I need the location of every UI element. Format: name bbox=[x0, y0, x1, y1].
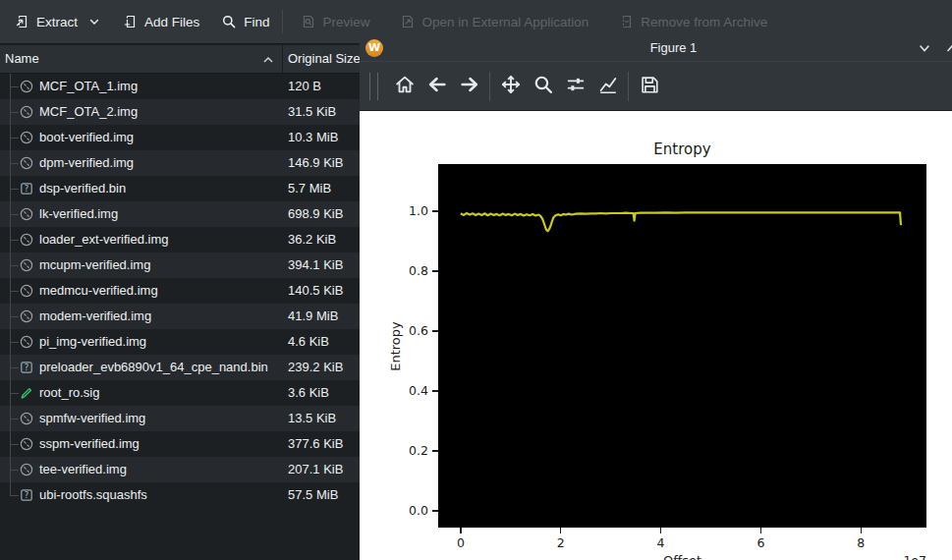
column-header-name[interactable]: Name bbox=[5, 51, 39, 66]
customize-button[interactable] bbox=[591, 69, 624, 104]
search-icon bbox=[221, 14, 237, 29]
x-tick-mark bbox=[760, 528, 761, 533]
file-name: tee-verified.img bbox=[39, 457, 127, 482]
file-size: 377.6 KiB bbox=[288, 431, 343, 457]
file-name: boot-verified.img bbox=[39, 125, 134, 150]
file-name: ubi-rootfs.squashfs bbox=[39, 482, 147, 508]
figure-titlebar[interactable]: W Figure 1 bbox=[360, 34, 952, 62]
back-button[interactable] bbox=[420, 69, 453, 104]
x-tick-mark bbox=[560, 528, 561, 533]
file-size: 4.6 KiB bbox=[288, 329, 329, 355]
tree-branch-stub bbox=[10, 367, 19, 368]
file-name: root_ro.sig bbox=[39, 380, 99, 406]
open-in-external-application-button[interactable]: Open in External Application bbox=[394, 9, 595, 34]
file-size: 207.1 KiB bbox=[288, 457, 343, 482]
remove-archive-icon bbox=[618, 14, 634, 29]
file-size: 5.7 MiB bbox=[288, 176, 331, 201]
img-file-icon bbox=[19, 462, 34, 477]
file-name: mcupm-verified.img bbox=[39, 252, 150, 278]
file-size: 41.9 MiB bbox=[288, 304, 338, 329]
remove-from-archive-button[interactable]: Remove from Archive bbox=[612, 9, 773, 34]
expand-window-button[interactable] bbox=[945, 41, 952, 55]
home-icon bbox=[394, 74, 416, 98]
toolbar-separator bbox=[282, 10, 283, 33]
matplotlib-toolbar-buttons bbox=[388, 69, 665, 104]
x-axis-label: Offset bbox=[438, 553, 926, 560]
svg-text:?: ? bbox=[25, 363, 29, 372]
file-name: MCF_OTA_1.img bbox=[39, 74, 138, 99]
x-tick-mark bbox=[660, 528, 661, 533]
img-file-icon bbox=[19, 206, 34, 222]
subplots-button[interactable] bbox=[559, 69, 591, 104]
tree-branch-stub bbox=[10, 138, 19, 139]
tree-branch-stub bbox=[10, 316, 19, 317]
img-file-icon bbox=[19, 155, 34, 171]
column-header-size[interactable]: Original Size bbox=[288, 51, 361, 66]
zoom-icon bbox=[532, 74, 554, 98]
tree-branch-stub bbox=[10, 495, 19, 496]
button-label: Extract bbox=[36, 15, 78, 29]
x-tick-label: 2 bbox=[541, 535, 581, 550]
save-icon bbox=[639, 74, 660, 98]
x-tick-label: 8 bbox=[841, 535, 880, 550]
y-tick-mark bbox=[432, 210, 438, 211]
entropy-line bbox=[461, 212, 901, 231]
extract-button[interactable]: Extract bbox=[8, 9, 106, 34]
tree-branch-stub bbox=[10, 265, 19, 266]
add-files-button[interactable]: Add Files bbox=[116, 9, 205, 34]
save-button[interactable] bbox=[633, 69, 665, 104]
preview-icon bbox=[301, 14, 316, 29]
home-button[interactable] bbox=[388, 69, 420, 104]
preview-button[interactable]: Preview bbox=[295, 9, 376, 34]
subplots-icon bbox=[565, 74, 587, 98]
img-file-icon bbox=[19, 257, 34, 273]
pan-button[interactable] bbox=[494, 69, 527, 104]
button-label: Open in External Application bbox=[422, 15, 589, 29]
zoom-button[interactable] bbox=[527, 69, 559, 104]
img-file-icon bbox=[19, 232, 34, 248]
img-file-icon bbox=[19, 104, 34, 120]
y-tick-label: 1.0 bbox=[389, 203, 428, 218]
file-name: dpm-verified.img bbox=[39, 150, 134, 176]
file-name: preloader_evb6890v1_64_cpe_nand.bin bbox=[39, 355, 268, 380]
y-tick-mark bbox=[432, 390, 438, 391]
entropy-plot bbox=[438, 164, 926, 528]
file-size: 31.5 KiB bbox=[288, 99, 336, 125]
y-axis-label: Entropy bbox=[388, 253, 405, 440]
tree-branch-stub bbox=[10, 470, 19, 471]
tree-branch-stub bbox=[10, 189, 19, 190]
y-tick-mark bbox=[432, 330, 438, 331]
chevron-down-icon[interactable] bbox=[88, 16, 100, 28]
tree-branch-stub bbox=[10, 393, 19, 394]
chart-title: Entropy bbox=[438, 140, 926, 158]
svg-text:?: ? bbox=[25, 490, 29, 500]
plot-area[interactable] bbox=[438, 164, 926, 528]
file-name: loader_ext-verified.img bbox=[39, 227, 169, 252]
button-label: Preview bbox=[323, 15, 370, 29]
tree-branch-line bbox=[10, 482, 11, 495]
file-size: 10.3 MiB bbox=[288, 125, 338, 150]
column-separator[interactable] bbox=[282, 45, 283, 73]
tree-branch-stub bbox=[10, 86, 19, 87]
toolbar-drag-handle[interactable] bbox=[369, 73, 378, 100]
x-axis-offset-label: 1e7 bbox=[887, 553, 926, 560]
file-size: 394.1 KiB bbox=[288, 252, 343, 278]
toolbar-secondary-group: PreviewOpen in External ApplicationRemov… bbox=[295, 9, 774, 34]
forward-button[interactable] bbox=[453, 69, 485, 104]
file-name: medmcu-verified.img bbox=[39, 278, 158, 304]
file-size: 140.5 KiB bbox=[288, 278, 343, 304]
find-button[interactable]: Find bbox=[215, 9, 275, 34]
bin-file-icon: ? bbox=[19, 487, 34, 503]
x-tick-mark bbox=[861, 528, 862, 533]
shade-window-button[interactable] bbox=[918, 41, 931, 55]
button-label: Find bbox=[244, 15, 269, 29]
toolbar-separator bbox=[489, 72, 490, 101]
figure-canvas[interactable]: Entropy 024680.00.20.40.60.81.0 Entropy … bbox=[360, 111, 952, 560]
y-tick-mark bbox=[432, 510, 438, 511]
file-name: sspm-verified.img bbox=[39, 431, 140, 457]
sig-file-icon bbox=[19, 385, 34, 401]
img-file-icon bbox=[19, 411, 34, 426]
file-name: spmfw-verified.img bbox=[39, 406, 145, 431]
forward-icon bbox=[459, 74, 480, 98]
button-label: Add Files bbox=[144, 15, 199, 29]
